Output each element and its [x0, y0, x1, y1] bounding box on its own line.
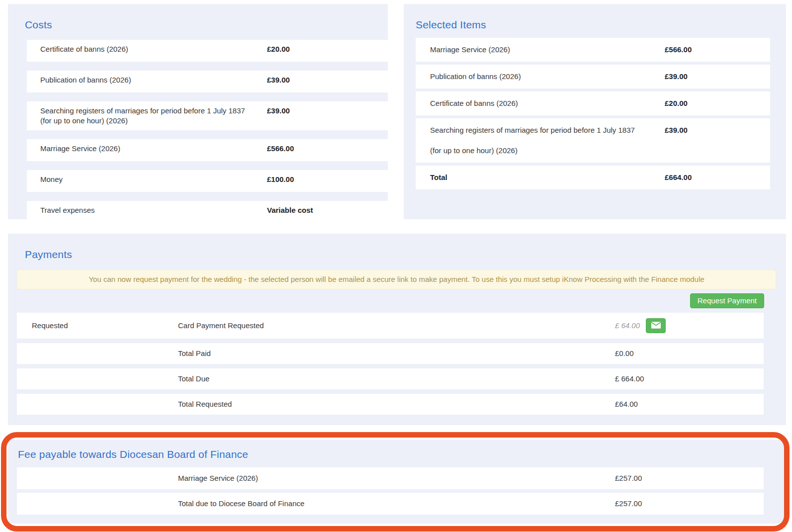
cost-row: Travel expenses Variable cost [27, 201, 388, 223]
cost-label: Travel expenses [40, 205, 267, 215]
payment-amount-group: £ 64.00 [615, 318, 759, 333]
payment-notice-banner: You can now request payment for the wedd… [17, 269, 776, 289]
cost-label: Money [40, 175, 267, 184]
costs-panel: Costs Certificate of banns (2026) £20.00… [8, 4, 388, 219]
diocesan-fee-total-row: Total due to Diocese Board of Finance £2… [17, 493, 764, 515]
selected-item-row: Certificate of banns (2026) £20.00 [416, 91, 770, 115]
diocesan-fees-panel: Fee payable towards Diocesan Board of Fi… [8, 440, 786, 524]
fee-amount: £257.00 [615, 499, 759, 509]
selected-item-row: Marriage Service (2026) £566.00 [416, 38, 770, 62]
costs-title: Costs [25, 19, 388, 31]
payment-label: Total Paid [178, 349, 615, 358]
cost-amount: Variable cost [267, 205, 313, 215]
payment-label: Total Requested [178, 399, 615, 409]
cost-amount: £20.00 [267, 44, 290, 54]
payment-row: Total Requested £64.00 [17, 394, 764, 415]
payment-label: Card Payment Requested [178, 321, 615, 331]
payment-row: Total Due £ 664.00 [17, 368, 764, 389]
payment-amount: £ 64.00 [615, 321, 640, 331]
payment-amount: £0.00 [615, 349, 634, 358]
cost-row: Money £100.00 [27, 170, 388, 192]
item-label: Searching registers of marriages for per… [430, 125, 665, 156]
selected-item-row: Publication of banns (2026) £39.00 [416, 65, 770, 89]
cost-row: Marriage Service (2026) £566.00 [27, 139, 388, 161]
payment-amount: £64.00 [615, 399, 638, 409]
cost-row: Certificate of banns (2026) £20.00 [27, 40, 388, 62]
resend-payment-email-button[interactable] [646, 318, 666, 333]
diocesan-fees-title: Fee payable towards Diocesan Board of Fi… [18, 448, 786, 460]
payment-label: Total Due [178, 374, 615, 384]
item-amount: £20.00 [665, 98, 688, 108]
cost-row: Searching registers of marriages for per… [27, 101, 388, 130]
cost-row: Publication of banns (2026) £39.00 [27, 71, 388, 92]
total-amount: £664.00 [665, 173, 692, 182]
payments-title: Payments [25, 249, 786, 261]
payment-row: Requested Card Payment Requested £ 64.00 [17, 313, 764, 339]
cost-amount: £39.00 [267, 75, 290, 85]
diocesan-fee-row: Marriage Service (2026) £257.00 [17, 467, 764, 489]
payments-toolbar: Request Payment [8, 293, 764, 308]
item-label: Marriage Service (2026) [430, 45, 665, 55]
cost-amount: £566.00 [267, 144, 294, 154]
item-label: Publication of banns (2026) [430, 72, 665, 82]
fee-amount: £257.00 [615, 473, 759, 483]
selected-item-row: Searching registers of marriages for per… [416, 118, 770, 163]
cost-label: Publication of banns (2026) [40, 75, 267, 85]
cost-amount: £39.00 [267, 106, 290, 116]
fee-label: Total due to Diocese Board of Finance [178, 499, 615, 509]
payments-panel: Payments You can now request payment for… [8, 234, 786, 425]
item-amount: £39.00 [665, 72, 688, 82]
cost-amount: £100.00 [267, 175, 294, 184]
fee-label: Marriage Service (2026) [178, 473, 615, 483]
payment-amount: £ 664.00 [615, 374, 644, 384]
cost-label: Certificate of banns (2026) [40, 44, 267, 54]
item-amount: £39.00 [665, 125, 688, 135]
item-amount: £566.00 [665, 45, 692, 55]
request-payment-button[interactable]: Request Payment [690, 293, 764, 308]
cost-label: Marriage Service (2026) [40, 144, 267, 154]
cost-label: Searching registers of marriages for per… [40, 106, 267, 126]
payment-status: Requested [32, 321, 178, 331]
selected-items-title: Selected Items [416, 19, 786, 31]
payment-row: Total Paid £0.00 [17, 343, 764, 364]
envelope-icon [651, 322, 661, 330]
selected-items-panel: Selected Items Marriage Service (2026) £… [404, 4, 786, 219]
selected-items-total-row: Total £664.00 [416, 166, 770, 189]
item-label: Certificate of banns (2026) [430, 98, 665, 108]
total-label: Total [430, 173, 665, 182]
